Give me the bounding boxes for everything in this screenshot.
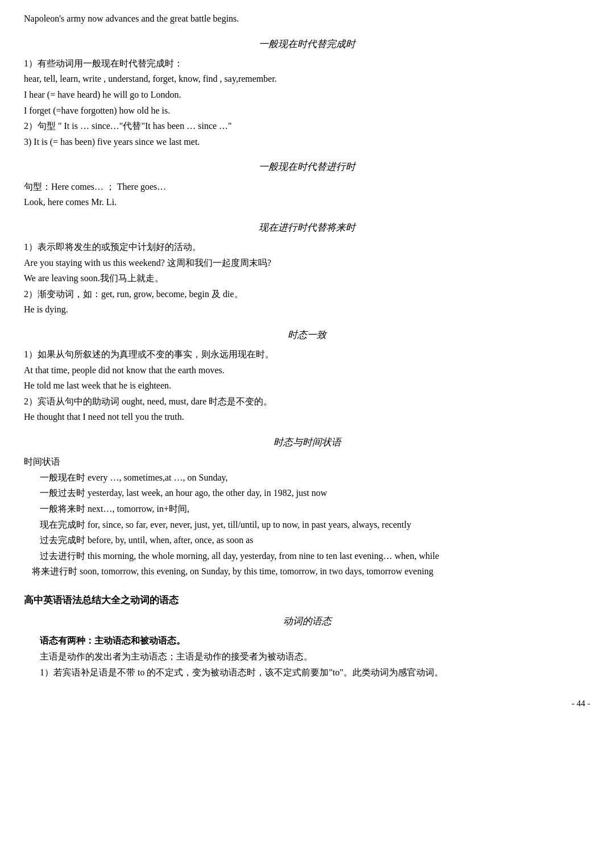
s2-item1-label: 句型：Here comes… ； There goes… [24, 180, 590, 194]
section-big-title-6: 高中英语语法总结大全之动词的语态 [24, 592, 590, 608]
section-present-perfect: 一般现在时代替完成时 1）有些动词用一般现在时代替完成时： hear, tell… [24, 36, 590, 149]
s1-line1: hear, tell, learn, write , understand, f… [24, 72, 590, 86]
s5-line2: 一般过去时 yesterday, last week, an hour ago,… [40, 486, 590, 500]
s3-line2: We are leaving soon.我们马上就走。 [24, 271, 590, 286]
section-title-1: 一般现在时代替完成时 [24, 36, 590, 52]
s6-line2: 主语是动作的发出者为主动语态；主语是动作的接受者为被动语态。 [40, 649, 590, 664]
s1-item1-label: 1）有些动词用一般现在时代替完成时： [24, 56, 590, 71]
s5-line5: 过去完成时 before, by, until, when, after, on… [40, 533, 590, 548]
s1-line3: I forget (=have forgotten) how old he is… [24, 103, 590, 118]
s5-label-time: 时间状语 [24, 454, 590, 469]
section-title-5: 时态与时间状语 [24, 435, 590, 450]
intro-line: Napoleon's army now advances and the gre… [24, 11, 590, 26]
s1-line2: I hear (= have heard) he will go to Lond… [24, 87, 590, 102]
section-tense-adverbials: 时态与时间状语 时间状语 一般现在时 every …, sometimes,at… [24, 435, 590, 579]
section-future-time: 现在进行时代替将来时 1）表示即将发生的或预定中计划好的活动。 Are you … [24, 220, 590, 317]
s4-line1: At that time, people did not know that t… [24, 363, 590, 378]
section-title-4: 时态一致 [24, 327, 590, 343]
s5-line1: 一般现在时 every …, sometimes,at …, on Sunday… [40, 470, 590, 485]
section-present-continuous: 一般现在时代替进行时 句型：Here comes… ； There goes… … [24, 159, 590, 209]
s4-item1-label: 1）如果从句所叙述的为真理或不变的事实，则永远用现在时。 [24, 347, 590, 362]
page-number: - 44 - [572, 699, 591, 708]
s1-line4: 2）句型 " It is … since…"代替"It has been … s… [24, 119, 590, 133]
section-sub-title-6: 动词的语态 [24, 614, 590, 629]
s4-line3: 2）宾语从句中的助动词 ought, need, must, dare 时态是不… [24, 394, 590, 409]
s6-line1: 语态有两种：主动语态和被动语态。 [40, 633, 590, 648]
s3-line4: He is dying. [24, 302, 590, 317]
s5-line3: 一般将来时 next…, tomorrow, in+时间, [40, 502, 590, 516]
s5-line4: 现在完成时 for, since, so far, ever, never, j… [40, 518, 590, 532]
section-title-2: 一般现在时代替进行时 [24, 159, 590, 174]
section-tense-consistency: 时态一致 1）如果从句所叙述的为真理或不变的事实，则永远用现在时。 At tha… [24, 327, 590, 424]
s4-line4: He thought that I need not tell you the … [24, 410, 590, 424]
s5-line7: 将来进行时 soon, tomorrow, this evening, on S… [32, 564, 590, 579]
page-footer: - 44 - [24, 696, 590, 710]
section-title-3: 现在进行时代替将来时 [24, 220, 590, 235]
s4-line2: He told me last week that he is eighteen… [24, 378, 590, 393]
section-voice: 高中英语语法总结大全之动词的语态 动词的语态 语态有两种：主动语态和被动语态。 … [24, 592, 590, 679]
s2-line1: Look, here comes Mr. Li. [24, 195, 590, 210]
s3-line3: 2）渐变动词，如：get, run, grow, become, begin 及… [24, 287, 590, 302]
s6-line3: 1）若宾语补足语是不带 to 的不定式，变为被动语态时，该不定式前要加"to"。… [40, 665, 590, 680]
s3-line1: Are you staying with us this weekend? 这周… [24, 256, 590, 270]
s1-line5: 3) It is (= has been) five years since w… [24, 135, 590, 149]
s3-item1-label: 1）表示即将发生的或预定中计划好的活动。 [24, 240, 590, 254]
s5-line6: 过去进行时 this morning, the whole morning, a… [40, 549, 590, 564]
